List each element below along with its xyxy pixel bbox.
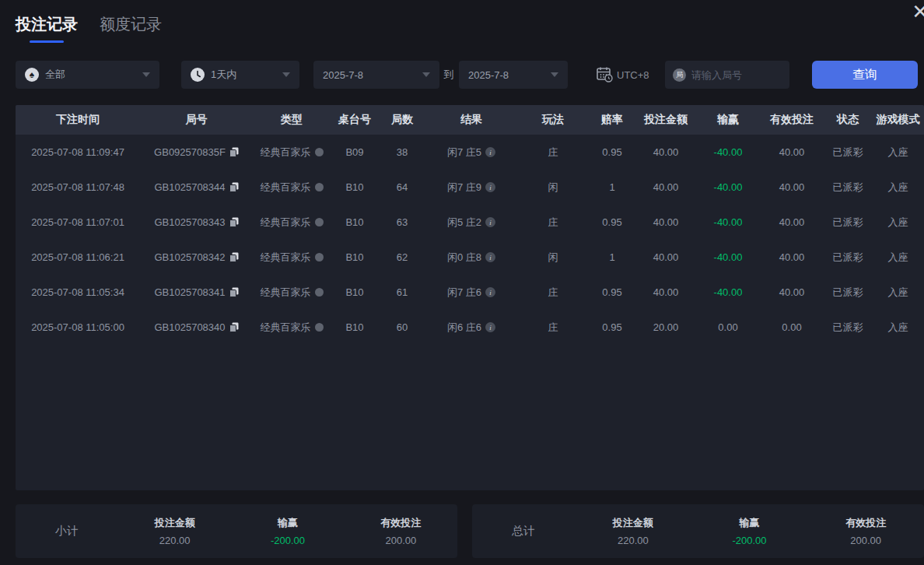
bet-amount-cell: 20.00 [635,321,696,333]
subtotal-winloss: 输赢 -200.00 [231,516,344,546]
copy-icon[interactable] [229,147,239,157]
valid-bet-cell: 40.00 [760,251,824,263]
replay-dot-icon[interactable] [315,288,324,297]
date-to-value: 2025-7-8 [468,69,509,81]
replay-dot-icon[interactable] [315,253,324,261]
game-type-cell: 经典百家乐 [253,216,331,230]
info-icon[interactable]: i [485,147,495,157]
result-cell: 闲7 庄6 i [425,286,517,300]
bet-records-table: 下注时间局号类型桌台号局数结果玩法赔率投注金额输赢有效投注状态游戏模式 2025… [16,105,924,490]
subtotal-bet: 投注金额 220.00 [118,516,231,546]
bet-amount-cell: 40.00 [635,216,696,228]
odds-cell: 1 [589,181,635,193]
win-loss-cell: -40.00 [696,251,760,263]
valid-bet-cell: 40.00 [760,286,824,298]
status-cell: 已派彩 [824,286,872,300]
date-from-dropdown[interactable]: 2025-7-8 [313,61,439,89]
total-bet: 投注金额 220.00 [575,516,691,546]
bet-time-cell: 2025-07-08 11:07:01 [16,216,140,228]
round-search-input[interactable] [691,69,782,81]
column-header: 投注金额 [635,113,696,127]
round-badge-icon: 局 [673,68,686,82]
copy-icon[interactable] [229,252,239,262]
column-header: 有效投注 [760,113,824,127]
total-label: 总计 [472,524,575,539]
info-icon[interactable]: i [485,322,495,332]
game-type-dropdown[interactable]: ♠ 全部 [16,61,159,89]
copy-icon[interactable] [229,322,239,332]
odds-cell: 0.95 [589,146,635,158]
subtotal-valid: 有效投注 200.00 [345,516,457,546]
column-header: 下注时间 [16,113,140,127]
round-no-cell: 63 [379,216,425,228]
table-no-cell: B09 [331,146,379,158]
win-loss-cell: -40.00 [696,181,760,193]
round-no-cell: 60 [379,321,425,333]
column-header: 局数 [379,113,425,127]
win-loss-cell: -40.00 [696,216,760,228]
search-button[interactable]: 查询 [812,61,918,89]
info-icon[interactable]: i [485,252,495,262]
table-row: 2025-07-08 11:09:47 GB092570835F 经典百家乐 B… [16,135,924,170]
game-type-value: 全部 [45,68,65,82]
play-cell: 闲 [517,181,589,195]
bet-amount-cell: 40.00 [635,181,696,193]
column-header: 状态 [824,113,872,127]
round-id-cell: GB1025708342 [140,251,253,263]
replay-dot-icon[interactable] [315,323,324,332]
table-row: 2025-07-08 11:07:48 GB1025708344 经典百家乐 B… [16,170,924,205]
column-header: 类型 [253,113,331,127]
tab-bar: 投注记录 额度记录 [16,14,162,43]
odds-cell: 0.95 [589,216,635,228]
round-no-cell: 62 [379,251,425,263]
column-header: 输赢 [696,113,760,127]
result-cell: 闲5 庄2 i [425,216,517,230]
round-id-cell: GB1025708341 [140,286,253,298]
info-icon[interactable]: i [485,217,495,227]
total-panel: 总计 投注金额 220.00 输赢 -200.00 有效投注 200.00 [472,504,924,558]
timezone-indicator: UTC+8 [596,61,649,89]
bet-amount-cell: 40.00 [635,146,696,158]
tab-bet-records[interactable]: 投注记录 [16,14,78,43]
column-header: 局号 [140,113,253,127]
table-body: 2025-07-08 11:09:47 GB092570835F 经典百家乐 B… [16,135,924,345]
clock-icon [191,68,205,82]
valid-bet-cell: 40.00 [760,216,824,228]
date-to-dropdown[interactable]: 2025-7-8 [459,61,568,89]
status-cell: 已派彩 [824,146,872,160]
column-header: 游戏模式 [872,113,924,127]
copy-icon[interactable] [229,182,239,192]
replay-dot-icon[interactable] [315,148,324,156]
round-no-cell: 64 [379,181,425,193]
info-icon[interactable]: i [485,287,495,297]
close-icon[interactable]: ✕ [912,2,924,22]
round-id-cell: GB1025708340 [140,321,253,333]
replay-dot-icon[interactable] [315,218,324,226]
chevron-down-icon [142,72,150,77]
result-cell: 闲7 庄9 i [425,181,517,195]
game-mode-cell: 入座 [872,251,924,265]
odds-cell: 0.95 [589,286,635,298]
total-valid: 有效投注 200.00 [807,516,924,546]
game-type-cell: 经典百家乐 [253,146,331,160]
status-cell: 已派彩 [824,251,872,265]
timezone-label: UTC+8 [617,69,649,81]
valid-bet-cell: 40.00 [760,146,824,158]
info-icon[interactable]: i [485,182,495,192]
table-row: 2025-07-08 11:05:34 GB1025708341 经典百家乐 B… [16,275,924,310]
copy-icon[interactable] [229,217,239,227]
table-row: 2025-07-08 11:06:21 GB1025708342 经典百家乐 B… [16,240,924,275]
chevron-down-icon [422,72,430,77]
time-range-value: 1天内 [211,68,236,82]
tab-quota-records[interactable]: 额度记录 [100,14,162,43]
time-range-dropdown[interactable]: 1天内 [181,61,299,89]
status-cell: 已派彩 [824,216,872,230]
bet-amount-cell: 40.00 [635,251,696,263]
replay-dot-icon[interactable] [315,183,324,191]
total-winloss: 输赢 -200.00 [691,516,808,546]
game-type-cell: 经典百家乐 [253,181,331,195]
bet-time-cell: 2025-07-08 11:06:21 [16,251,140,263]
odds-cell: 0.95 [589,321,635,333]
subtotal-label: 小计 [16,524,118,539]
copy-icon[interactable] [229,287,239,297]
